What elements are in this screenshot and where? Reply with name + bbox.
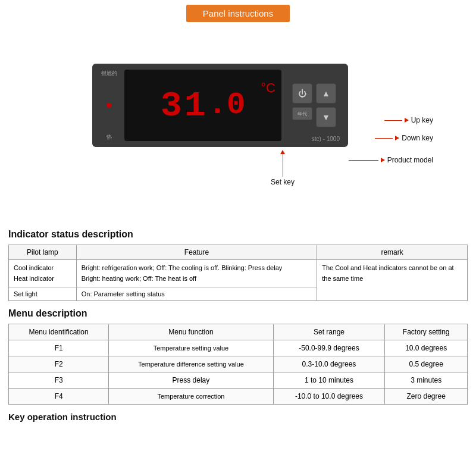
menu-range-f1: -50.0-99.9 degrees (273, 340, 385, 356)
menu-factory-f4: Zero degree (385, 389, 468, 405)
menu-id-f1: F1 (9, 340, 109, 356)
indicator-section-title: Indicator status description (8, 229, 468, 240)
indicator-remark-1: The Cool and Heat indicators cannot be o… (317, 260, 468, 301)
set-button[interactable]: 年代 (292, 107, 312, 120)
model-text: stc) - 1000 (312, 136, 340, 142)
indicator-feature-1: Bright: refrigeration work; Off: The coo… (76, 260, 317, 287)
product-model-annotation: Product model (349, 156, 433, 164)
menu-range-f3: 1 to 10 minutes (273, 372, 385, 389)
indicator-header-lamp: Pilot lamp (9, 245, 77, 260)
key-operation-title: Key operation instruction (8, 412, 468, 422)
up-key-label: Up key (411, 116, 433, 124)
device-diagram: Digital display window Power switch 很尬的 … (0, 28, 476, 224)
indicator-lamp-1: Cool indicatorHeat indicator (9, 260, 77, 287)
up-key-annotation: Up key (384, 116, 433, 124)
menu-function-f1: Temperature setting value (109, 340, 273, 356)
indicator-row-1: Cool indicatorHeat indicator Bright: ref… (9, 260, 468, 287)
menu-factory-f3: 3 minutes (385, 372, 468, 389)
menu-range-f4: -10.0 to 10.0 degrees (273, 389, 385, 405)
menu-id-f4: F4 (9, 389, 109, 405)
display-decimal: .0 (208, 87, 245, 123)
led-indicator (107, 103, 111, 108)
down-key-label: Down key (402, 134, 433, 142)
indicator-header-feature: Feature (76, 245, 317, 260)
down-button[interactable]: ▼ (316, 107, 336, 127)
menu-section-title: Menu description (8, 308, 468, 319)
display-value: 31 (161, 88, 208, 124)
bottom-chinese: 热 (99, 133, 118, 141)
menu-row-f1: F1 Temperature setting value -50.0-99.9 … (9, 340, 468, 356)
indicator-table: Pilot lamp Feature remark Cool indicator… (8, 245, 468, 301)
down-key-annotation: Down key (375, 134, 433, 142)
menu-function-f2: Temperature difference setting value (109, 356, 273, 372)
set-key-annotation: Set key (271, 150, 295, 186)
top-button-row: ⏻ ▲ (292, 83, 336, 104)
up-button[interactable]: ▲ (316, 83, 336, 104)
power-button[interactable]: ⏻ (292, 83, 312, 104)
menu-id-f2: F2 (9, 356, 109, 372)
product-model-label: Product model (387, 156, 433, 164)
device-body: 很尬的 热 集 31 .0 °C ⏻ ▲ 年代 ▼ (92, 64, 348, 147)
menu-function-f4: Temperature correction (109, 389, 273, 405)
top-chinese: 很尬的 (99, 70, 118, 77)
menu-id-f3: F3 (9, 372, 109, 389)
buttons-area: ⏻ ▲ 年代 ▼ (287, 70, 341, 141)
set-key-label: Set key (271, 178, 295, 186)
menu-header-function: Menu function (109, 324, 273, 340)
device-left-labels: 很尬的 热 (99, 70, 118, 141)
display-unit: °C (261, 80, 275, 96)
menu-range-f2: 0.3-10.0 degrees (273, 356, 385, 372)
indicator-feature-2: On: Parameter setting status (76, 287, 317, 301)
menu-header-range: Set range (273, 324, 385, 340)
menu-factory-f1: 10.0 degrees (385, 340, 468, 356)
panel-instructions-badge: Panel instructions (186, 5, 290, 22)
display-area: 31 .0 °C (124, 70, 281, 141)
menu-factory-f2: 0.5 degree (385, 356, 468, 372)
indicator-header-remark: remark (317, 245, 468, 260)
menu-function-f3: Press delay (109, 372, 273, 389)
main-content: Indicator status description Pilot lamp … (0, 229, 476, 422)
set-label: 年代 (298, 111, 307, 117)
bottom-button-row: 年代 ▼ (292, 107, 336, 127)
indicator-lamp-2: Set light (9, 287, 77, 301)
header-section: Panel instructions (0, 0, 476, 22)
menu-header-id: Menu identification (9, 324, 109, 340)
menu-header-factory: Factory setting (385, 324, 468, 340)
menu-row-f4: F4 Temperature correction -10.0 to 10.0 … (9, 389, 468, 405)
menu-table: Menu identification Menu function Set ra… (8, 324, 468, 405)
menu-row-f2: F2 Temperature difference setting value … (9, 356, 468, 372)
menu-row-f3: F3 Press delay 1 to 10 minutes 3 minutes (9, 372, 468, 389)
